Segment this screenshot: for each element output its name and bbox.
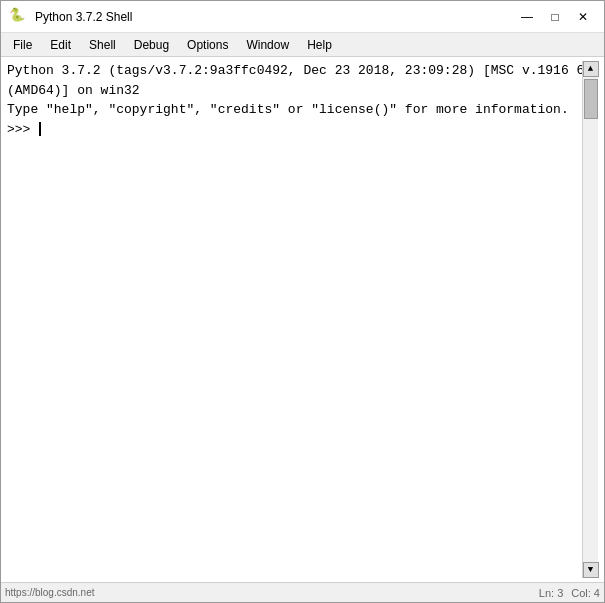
shell-output-line2: (AMD64)] on win32 (7, 81, 582, 101)
scrollbar-up-arrow[interactable]: ▲ (583, 61, 599, 77)
scrollbar-vertical[interactable]: ▲ ▼ (582, 61, 598, 578)
menu-shell[interactable]: Shell (81, 36, 124, 54)
title-bar: 🐍 Python 3.7.2 Shell — □ ✕ (1, 1, 604, 33)
minimize-button[interactable]: — (514, 6, 540, 28)
shell-cursor (39, 122, 41, 136)
menu-options[interactable]: Options (179, 36, 236, 54)
python-icon: 🐍 (9, 7, 29, 27)
shell-prompt-line: >>> (7, 120, 582, 140)
scrollbar-track[interactable] (583, 77, 598, 562)
title-bar-left: 🐍 Python 3.7.2 Shell (9, 7, 132, 27)
title-bar-buttons: — □ ✕ (514, 6, 596, 28)
status-url: https://blog.csdn.net (5, 587, 95, 598)
close-button[interactable]: ✕ (570, 6, 596, 28)
shell-content[interactable]: Python 3.7.2 (tags/v3.7.2:9a3ffc0492, De… (1, 57, 604, 582)
python-shell-window: 🐍 Python 3.7.2 Shell — □ ✕ File Edit She… (0, 0, 605, 603)
shell-prompt: >>> (7, 120, 38, 140)
shell-output-line1: Python 3.7.2 (tags/v3.7.2:9a3ffc0492, De… (7, 61, 582, 81)
maximize-button[interactable]: □ (542, 6, 568, 28)
menu-help[interactable]: Help (299, 36, 340, 54)
scrollbar-thumb[interactable] (584, 79, 598, 119)
scrollbar-down-arrow[interactable]: ▼ (583, 562, 599, 578)
window-title: Python 3.7.2 Shell (35, 10, 132, 24)
status-bar: https://blog.csdn.net Ln: 3 Col: 4 (1, 582, 604, 602)
menu-edit[interactable]: Edit (42, 36, 79, 54)
status-col: Col: 4 (571, 587, 600, 599)
status-right: Ln: 3 Col: 4 (539, 587, 600, 599)
menu-window[interactable]: Window (238, 36, 297, 54)
status-ln: Ln: 3 (539, 587, 563, 599)
menu-bar: File Edit Shell Debug Options Window Hel… (1, 33, 604, 57)
shell-output-line3: Type "help", "copyright", "credits" or "… (7, 100, 582, 120)
menu-file[interactable]: File (5, 36, 40, 54)
scroll-area: Python 3.7.2 (tags/v3.7.2:9a3ffc0492, De… (7, 61, 582, 578)
menu-debug[interactable]: Debug (126, 36, 177, 54)
